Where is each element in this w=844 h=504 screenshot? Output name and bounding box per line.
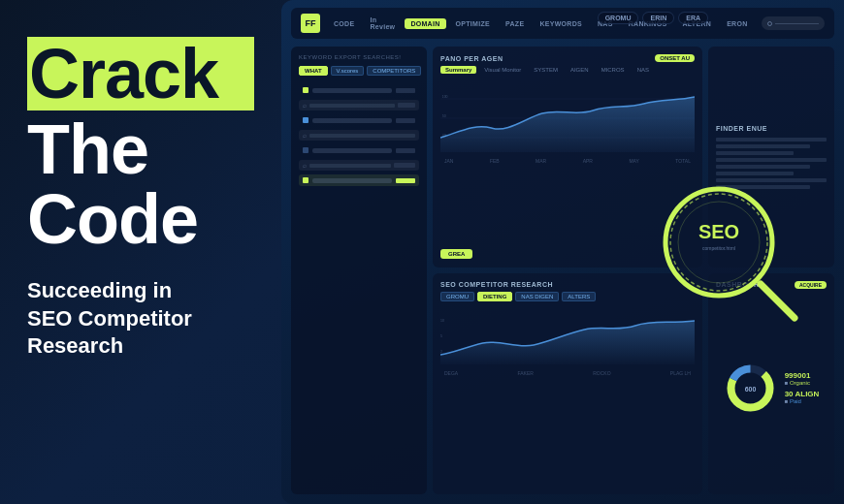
sidebar-item-3[interactable] xyxy=(299,144,419,156)
sidebar-input-3 xyxy=(309,164,391,168)
stat-erin[interactable]: ERIN xyxy=(642,12,674,24)
subheadline: Succeeding in SEO Competitor Research xyxy=(27,277,254,361)
sidebar-search-2[interactable]: ⌕ xyxy=(299,130,419,141)
bottom-chart-title: SEO COMPETITOR RESEARCH xyxy=(440,281,553,288)
sidebar-category-tags: WHAT V.scores COMPETITORS xyxy=(299,66,419,76)
chart-tab-micros[interactable]: MICROS xyxy=(597,66,630,74)
main-container: Crack The Code Succeeding in SEO Competi… xyxy=(0,0,844,504)
headline-crack: Crack xyxy=(27,37,254,110)
chart-tab-visual[interactable]: Visual Monitor xyxy=(479,66,526,74)
search-icon xyxy=(767,21,772,26)
right-top-panel: FINDER ENUE xyxy=(708,47,834,268)
sidebar-item-4[interactable] xyxy=(299,174,419,186)
dashboard-sidebar: Keyword Export searches! WHAT V.scores C… xyxy=(291,47,427,494)
chart-tab-nas[interactable]: NAS xyxy=(633,66,654,74)
nav-item-code[interactable]: CODE xyxy=(328,18,360,29)
main-chart-top: PANO PER AGEN ONSET AU Summary Visual Mo… xyxy=(433,47,702,268)
sidebar-search-3[interactable]: ⌕ xyxy=(299,160,419,171)
nav-item-domain[interactable]: DOMAIN xyxy=(405,18,445,29)
text-line-8 xyxy=(716,185,810,189)
dashboard-content: Keyword Export searches! WHAT V.scores C… xyxy=(291,47,834,494)
donut-label-1: 999001 ■ Organic xyxy=(785,371,820,386)
sidebar-dot-1 xyxy=(303,87,308,93)
chart-title: PANO PER AGEN xyxy=(440,55,503,62)
x-label-2: FEB xyxy=(490,158,500,164)
sidebar-text-4 xyxy=(312,178,392,183)
chart-tab-system[interactable]: SYSTEM xyxy=(529,66,563,74)
stat-doin[interactable]: ERA xyxy=(678,12,708,24)
donut-label-2: 30 ALIGN ■ Paid xyxy=(785,390,820,404)
svg-text:2: 2 xyxy=(440,350,442,354)
chart-area-bottom: 10 5 2 DEGA FAKER ROCKO PLAG LH xyxy=(440,306,695,384)
chart-title-row: PANO PER AGEN ONSET AU xyxy=(440,54,695,62)
sidebar-label: Keyword Export searches! xyxy=(299,54,419,60)
x-label-1: JAN xyxy=(444,158,453,164)
donut-label-text-2: ■ Paid xyxy=(785,398,820,404)
search-icon-2: ⌕ xyxy=(303,132,307,139)
tag-competitors[interactable]: COMPETITORS xyxy=(367,66,421,76)
sidebar-input-2 xyxy=(309,134,415,138)
nav-item-optimize[interactable]: OPTIMIZE xyxy=(450,18,496,29)
svg-text:600: 600 xyxy=(744,386,756,393)
bx-label-2: FAKER xyxy=(517,370,533,376)
chart-svg-bottom: 10 5 2 xyxy=(440,306,695,364)
donut-container: 600 999001 ■ Organic 30 ALIGN ■ Paid xyxy=(724,289,820,487)
nav-item-keywords[interactable]: KEYWORDS xyxy=(534,18,588,29)
sidebar-badge-1 xyxy=(398,103,415,108)
chart-tabs: Summary Visual Monitor SYSTEM AIGEN MICR… xyxy=(440,66,695,74)
donut-labels: 999001 ■ Organic 30 ALIGN ■ Paid xyxy=(785,371,820,404)
bottom-tag-2[interactable]: DIETING xyxy=(477,292,512,301)
chart-tab-summary[interactable]: Summary xyxy=(440,66,476,74)
right-top-title: FINDER ENUE xyxy=(716,125,767,132)
bottom-tag-3[interactable]: NAS DIGEN xyxy=(515,292,559,301)
text-line-4 xyxy=(716,158,827,162)
text-line-1 xyxy=(716,138,827,142)
headline-the-code: The Code xyxy=(27,114,254,254)
x-label-3: MAR xyxy=(536,158,546,164)
text-line-3 xyxy=(716,151,794,155)
donut-value-1: 999001 xyxy=(785,371,820,380)
chart-green-btn[interactable]: GREA xyxy=(440,242,472,260)
sidebar-badge-3 xyxy=(394,163,415,168)
tag-v-scores[interactable]: V.scores xyxy=(331,66,365,76)
sidebar-text-3 xyxy=(312,148,392,153)
nav-item-paze[interactable]: PAZE xyxy=(500,18,530,29)
chart-tab-aigen[interactable]: AIGEN xyxy=(566,66,594,74)
chart-area-top: 100 50 20 JAN FEB MAR APR MAY TOTAL xyxy=(440,79,695,157)
sidebar-value-2 xyxy=(396,118,415,123)
dashboard-search[interactable] xyxy=(762,16,825,30)
x-label-4: APR xyxy=(583,158,593,164)
bx-label-4: PLAG LH xyxy=(670,370,691,376)
svg-text:10: 10 xyxy=(440,319,444,323)
donut-chart: 600 xyxy=(724,362,777,415)
right-bottom-title: DASHBOARD xyxy=(716,281,764,288)
bottom-tag-1[interactable]: GROMU xyxy=(440,292,474,301)
sidebar-text-1 xyxy=(312,88,392,93)
search-icon-1: ⌕ xyxy=(303,102,307,109)
right-bottom-badge[interactable]: ACQUIRE xyxy=(795,281,827,289)
bottom-tag-4[interactable]: ALTERS xyxy=(562,292,596,301)
right-panel: FF CODE In Review DOMAIN OPTIMIZE PAZE K… xyxy=(281,0,844,504)
sidebar-item-1[interactable] xyxy=(299,84,419,96)
right-bottom-panel: DASHBOARD ACQUIRE 600 999001 ■ Organic xyxy=(708,273,834,494)
donut-label-text-1: ■ Organic xyxy=(785,380,820,386)
bx-label-3: ROCKO xyxy=(593,370,610,376)
text-line-7 xyxy=(716,178,827,182)
chart-x-axis-top: JAN FEB MAR APR MAY TOTAL xyxy=(440,158,695,164)
sidebar-item-2[interactable] xyxy=(299,114,419,126)
svg-text:5: 5 xyxy=(440,334,442,338)
svg-text:50: 50 xyxy=(442,114,446,118)
nav-item-inreview[interactable]: In Review xyxy=(364,15,401,32)
main-chart-bottom: SEO COMPETITOR RESEARCH GROMU DIETING NA… xyxy=(433,273,702,494)
nav-item-eron[interactable]: ERON xyxy=(721,18,753,29)
text-line-2 xyxy=(716,144,810,148)
bottom-chart-tags: GROMU DIETING NAS DIGEN ALTERS xyxy=(440,292,695,301)
x-label-6: TOTAL xyxy=(675,158,691,164)
tag-what[interactable]: WHAT xyxy=(299,66,328,76)
text-line-5 xyxy=(716,165,810,169)
sidebar-dot-2 xyxy=(303,117,308,123)
right-top-text-lines xyxy=(716,138,827,189)
sidebar-search-1[interactable]: ⌕ xyxy=(299,100,419,110)
stat-gromu[interactable]: GROMU xyxy=(598,12,639,24)
chart-badge-green[interactable]: ONSET AU xyxy=(655,54,695,62)
